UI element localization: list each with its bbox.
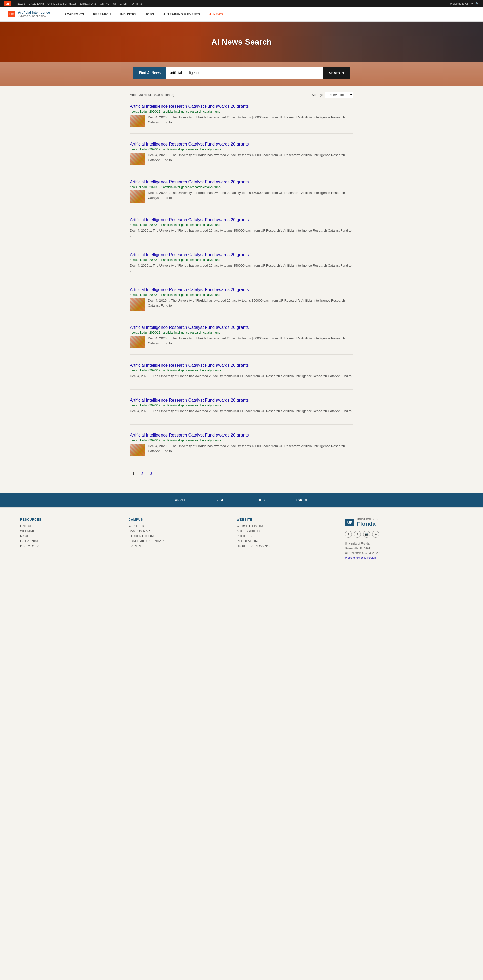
result-snippet: Dec. 4, 2020 ... The University of Flori…	[130, 263, 353, 273]
util-link-giving[interactable]: GIVING	[100, 2, 110, 5]
result-snippet: Dec. 4, 2020 ... The University of Flori…	[148, 336, 353, 346]
footer-link-myuf[interactable]: MYUF	[20, 535, 118, 538]
util-link-ufifas[interactable]: UF IFAS	[132, 2, 142, 5]
brand-logo-link[interactable]: UF Artificial Intelligence UNIVERSITY of…	[8, 11, 50, 18]
footer-textonly-link[interactable]: Website text-only version	[345, 556, 376, 559]
util-link-ufhealth[interactable]: UF HEALTH	[113, 2, 128, 5]
facebook-icon[interactable]: f	[345, 531, 352, 538]
footer-askuf-button[interactable]: ASK UF	[280, 493, 323, 508]
footer-cta-bar: APPLY VISIT JOBS ASK UF	[0, 493, 483, 508]
result-body: Dec. 4, 2020 ... The University of Flori…	[130, 153, 353, 165]
nav-item-research[interactable]: RESEARCH	[89, 7, 116, 22]
brand-text-block: Artificial Intelligence UNIVERSITY of FL…	[18, 11, 50, 18]
footer-link-accessibility[interactable]: ACCESSIBILITY	[237, 530, 335, 533]
footer-link-oneuf[interactable]: ONE UF	[20, 524, 118, 528]
page-1[interactable]: 1	[130, 470, 137, 477]
result-url: news.ufl.edu › 2020/12 › artificial-inte…	[130, 331, 353, 334]
results-count: About 30 results (0.9 seconds)	[130, 93, 174, 97]
footer-campus-title: CAMPUS	[128, 518, 226, 521]
nav-item-ainews[interactable]: AI NEWS	[205, 7, 227, 22]
result-title[interactable]: Artificial Intelligence Research Catalys…	[130, 363, 353, 368]
footer-link-events[interactable]: EVENTS	[128, 544, 226, 548]
brand-ai-text: Artificial Intelligence	[18, 11, 50, 15]
result-item: Artificial Intelligence Research Catalys…	[130, 398, 353, 425]
result-body: Dec. 4, 2020 ... The University of Flori…	[130, 228, 353, 238]
result-title[interactable]: Artificial Intelligence Research Catalys…	[130, 433, 353, 438]
footer-link-regulations[interactable]: REGULATIONS	[237, 539, 335, 543]
search-icon[interactable]: 🔍	[475, 2, 479, 5]
utility-bar-left: UF NEWS CALENDAR OFFICES & SERVICES DIRE…	[4, 1, 142, 6]
sort-select[interactable]: Relevance Date	[325, 92, 353, 98]
address-line2: Gainesville, FL 32611	[345, 546, 381, 551]
result-title[interactable]: Artificial Intelligence Research Catalys…	[130, 104, 353, 109]
result-title[interactable]: Artificial Intelligence Research Catalys…	[130, 398, 353, 403]
footer-website-col: WEBSITE WEBSITE LISTING ACCESSIBILITY PO…	[237, 518, 335, 560]
result-title[interactable]: Artificial Intelligence Research Catalys…	[130, 142, 353, 147]
search-bar-section: Find AI News SEARCH	[0, 62, 483, 86]
util-link-calendar[interactable]: CALENDAR	[29, 2, 44, 5]
footer-apply-button[interactable]: APPLY	[160, 493, 201, 508]
result-url: news.ufl.edu › 2020/12 › artificial-inte…	[130, 369, 353, 372]
result-title[interactable]: Artificial Intelligence Research Catalys…	[130, 252, 353, 257]
footer-link-weather[interactable]: WEATHER	[128, 524, 226, 528]
main-navigation: UF Artificial Intelligence UNIVERSITY of…	[0, 7, 483, 22]
result-title[interactable]: Artificial Intelligence Research Catalys…	[130, 180, 353, 185]
nav-item-jobs[interactable]: JOBS	[141, 7, 159, 22]
result-item: Artificial Intelligence Research Catalys…	[130, 252, 353, 279]
result-title[interactable]: Artificial Intelligence Research Catalys…	[130, 287, 353, 292]
footer-link-policies[interactable]: POLICIES	[237, 535, 335, 538]
util-link-directory[interactable]: DIRECTORY	[80, 2, 96, 5]
result-title[interactable]: Artificial Intelligence Research Catalys…	[130, 217, 353, 222]
result-thumbnail	[130, 336, 145, 348]
footer-link-academiccalendar[interactable]: ACADEMIC CALENDAR	[128, 539, 226, 543]
footer-link-ufpublicrecords[interactable]: UF PUBLIC RECORDS	[237, 544, 335, 548]
result-snippet: Dec. 4, 2020 ... The University of Flori…	[148, 190, 353, 200]
footer-jobs-button[interactable]: JOBS	[240, 493, 280, 508]
sort-label: Sort by:	[312, 93, 323, 97]
footer-link-campusmap[interactable]: CAMPUS MAP	[128, 530, 226, 533]
result-thumbnail	[130, 153, 145, 165]
uf-utility-logo[interactable]: UF	[4, 1, 11, 6]
utility-bar: UF NEWS CALENDAR OFFICES & SERVICES DIRE…	[0, 0, 483, 7]
nav-item-academics[interactable]: ACADEMICS	[60, 7, 89, 22]
down-arrow-icon[interactable]: ▾	[472, 2, 473, 5]
util-link-news[interactable]: NEWS	[17, 2, 25, 5]
footer-link-elearning[interactable]: E-LEARNING	[20, 539, 118, 543]
util-link-offices[interactable]: OFFICES & SERVICES	[47, 2, 77, 5]
footer-link-directory[interactable]: DIRECTORY	[20, 544, 118, 548]
result-title[interactable]: Artificial Intelligence Research Catalys…	[130, 325, 353, 330]
footer-address: University of Florida Gainesville, FL 32…	[345, 541, 381, 560]
welcome-link[interactable]: Welcome to UF	[450, 2, 469, 5]
find-ai-news-button[interactable]: Find AI News	[133, 67, 166, 78]
address-line1: University of Florida	[345, 541, 381, 546]
footer-main: RESOURCES ONE UF WEBMAIL MYUF E-LEARNING…	[0, 508, 483, 570]
nav-item-industry[interactable]: INDUSTRY	[116, 7, 141, 22]
footer-link-studenttours[interactable]: STUDENT TOURS	[128, 535, 226, 538]
twitter-icon[interactable]: t	[354, 531, 361, 538]
search-input[interactable]	[166, 67, 323, 78]
result-item: Artificial Intelligence Research Catalys…	[130, 287, 353, 317]
results-list: Artificial Intelligence Research Catalys…	[130, 104, 353, 462]
instagram-icon[interactable]: 📷	[363, 531, 370, 538]
footer-visit-button[interactable]: VISIT	[201, 493, 240, 508]
footer-resources-col: RESOURCES ONE UF WEBMAIL MYUF E-LEARNING…	[20, 518, 118, 560]
social-icons-row: f t 📷 ▶	[345, 531, 379, 538]
result-item: Artificial Intelligence Research Catalys…	[130, 142, 353, 172]
nav-item-training[interactable]: AI TRAINING & EVENTS	[159, 7, 205, 22]
result-body: Dec. 4, 2020 ... The University of Flori…	[130, 263, 353, 273]
page-3[interactable]: 3	[148, 470, 155, 477]
brand-uf-text: UNIVERSITY of FLORIDA	[18, 15, 50, 18]
result-url: news.ufl.edu › 2020/12 › artificial-inte…	[130, 293, 353, 296]
sort-by-container: Sort by: Relevance Date	[312, 92, 353, 98]
result-snippet: Dec. 4, 2020 ... The University of Flori…	[148, 444, 353, 453]
result-body: Dec. 4, 2020 ... The University of Flori…	[130, 336, 353, 348]
result-thumbnail	[130, 444, 145, 456]
page-2[interactable]: 2	[139, 470, 146, 477]
result-body: Dec. 4, 2020 ... The University of Flori…	[130, 409, 353, 418]
footer-link-websitelisting[interactable]: WEBSITE LISTING	[237, 524, 335, 528]
footer-link-webmail[interactable]: WEBMAIL	[20, 530, 118, 533]
search-button[interactable]: SEARCH	[323, 67, 350, 78]
footer-uf-brand-block: UF UNIVERSITY of Florida f t 📷 ▶ Univers…	[345, 518, 463, 560]
result-snippet: Dec. 4, 2020 ... The University of Flori…	[130, 374, 353, 383]
youtube-icon[interactable]: ▶	[372, 531, 379, 538]
